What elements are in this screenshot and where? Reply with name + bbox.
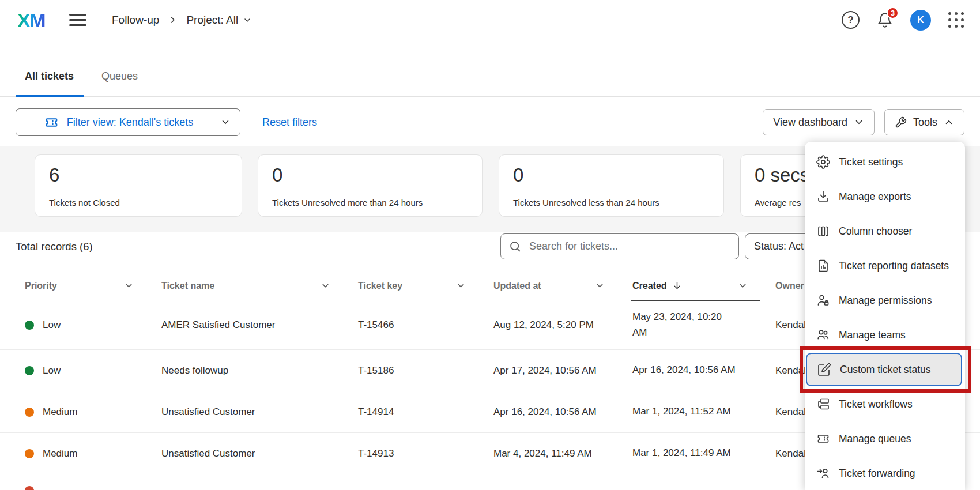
wrench-icon: [895, 116, 907, 129]
chevron-down-icon[interactable]: [738, 281, 748, 291]
menu-item-label: Manage exports: [839, 191, 911, 203]
stat-label: Tickets Unresolved more than 24 hours: [272, 198, 468, 208]
edit-icon: [817, 363, 831, 376]
column-header-created-sorted[interactable]: Created: [632, 271, 775, 300]
chevron-down-icon: [854, 117, 864, 127]
breadcrumb-project-dropdown[interactable]: Project: All: [186, 14, 252, 27]
ticket-key-cell: T-14914: [358, 406, 493, 418]
updated-at-cell: Aug 12, 2024, 5:20 PM: [493, 319, 632, 331]
chevron-down-icon[interactable]: [456, 281, 466, 291]
report-document-icon: [816, 259, 830, 273]
ticket-icon: [816, 432, 830, 446]
menu-item-manage-queues[interactable]: Manage queues: [805, 421, 965, 456]
reset-filters-link[interactable]: Reset filters: [262, 116, 317, 129]
ticket-icon: [44, 115, 59, 130]
priority-dot-medium: [25, 449, 34, 458]
view-dashboard-button[interactable]: View dashboard: [763, 109, 875, 135]
avatar[interactable]: K: [910, 10, 931, 31]
column-header-ticket-key[interactable]: Ticket key: [358, 271, 493, 300]
chevron-right-icon: [168, 16, 177, 24]
priority-dot-low: [25, 366, 34, 375]
priority-label: Medium: [43, 448, 77, 459]
filter-toolbar: Filter view: Kendall's tickets Reset fil…: [16, 108, 964, 136]
tab-queues[interactable]: Queues: [101, 70, 138, 96]
priority-label: Low: [43, 319, 61, 331]
updated-at-cell: Apr 17, 2024, 10:56 AM: [493, 365, 632, 376]
help-icon[interactable]: ?: [842, 11, 860, 29]
column-label: Ticket name: [161, 281, 214, 291]
menu-item-label: Ticket settings: [839, 156, 903, 168]
priority-cell: Medium: [25, 448, 161, 459]
menu-item-ticket-workflows[interactable]: Ticket workflows: [805, 387, 965, 421]
filter-view-dropdown[interactable]: Filter view: Kendall's tickets: [16, 108, 240, 136]
xm-logo[interactable]: XM: [17, 10, 45, 30]
menu-item-ticket-forwarding[interactable]: Ticket forwarding: [805, 456, 965, 490]
chevron-down-icon[interactable]: [595, 281, 605, 291]
search-input[interactable]: [528, 240, 730, 253]
app-screen: XM Follow-up Project: All ? 3 K: [0, 0, 980, 490]
chevron-down-icon: [243, 16, 252, 25]
breadcrumb: Follow-up Project: All: [112, 14, 252, 27]
apps-grid-icon[interactable]: [948, 12, 964, 28]
priority-cell: Medium: [25, 406, 161, 418]
priority-dot-medium: [25, 408, 34, 417]
updated-at-cell: Mar 4, 2024, 11:49 AM: [493, 448, 632, 459]
top-navigation-bar: XM Follow-up Project: All ? 3 K: [0, 0, 980, 40]
download-icon: [816, 190, 830, 203]
stat-value: 0: [513, 164, 710, 186]
stat-value: 0: [272, 164, 468, 186]
hamburger-menu-icon[interactable]: [69, 14, 86, 27]
notification-badge: 3: [887, 7, 899, 19]
priority-cell: [25, 486, 161, 490]
column-header-priority[interactable]: Priority: [25, 271, 161, 300]
chevron-down-icon: [220, 117, 231, 127]
created-cell: Mar 1, 2024, 11:49 AM: [632, 446, 775, 461]
column-label: Updated at: [493, 281, 541, 291]
notifications-button[interactable]: 3: [877, 12, 893, 28]
menu-item-label: Custom ticket status: [840, 364, 931, 376]
tools-dropdown-menu: Ticket settings Manage exports Column ch…: [805, 142, 965, 490]
created-cell: May 23, 2024, 10:20 AM: [632, 310, 775, 340]
priority-dot-low: [25, 321, 34, 330]
ticket-key-cell: T-15466: [358, 319, 493, 331]
menu-item-manage-permissions[interactable]: Manage permissions: [805, 283, 965, 318]
menu-item-label: Column chooser: [839, 225, 912, 238]
menu-item-column-chooser[interactable]: Column chooser: [805, 214, 965, 248]
filter-view-label: Filter view: Kendall's tickets: [67, 116, 194, 129]
stat-card-unresolved-more-24h: 0 Tickets Unresolved more than 24 hours: [258, 154, 483, 217]
column-label: Ticket key: [358, 281, 402, 291]
priority-cell: Low: [25, 365, 161, 376]
ticket-name-cell: Unsatisfied Customer: [161, 448, 358, 459]
view-dashboard-label: View dashboard: [773, 116, 847, 129]
menu-item-ticket-settings[interactable]: Ticket settings: [805, 145, 965, 179]
menu-item-label: Ticket forwarding: [839, 468, 915, 480]
column-header-ticket-name[interactable]: Ticket name: [161, 271, 358, 300]
ticket-key-cell: T-14913: [358, 448, 493, 459]
menu-item-label: Ticket workflows: [839, 398, 913, 410]
created-cell: Mar 1, 2024, 11:52 AM: [632, 404, 775, 419]
menu-item-custom-ticket-status[interactable]: Custom ticket status: [806, 353, 962, 386]
chevron-down-icon[interactable]: [124, 281, 134, 291]
breadcrumb-section[interactable]: Follow-up: [112, 14, 159, 27]
menu-item-ticket-reporting-datasets[interactable]: Ticket reporting datasets: [805, 248, 965, 283]
gear-icon: [816, 155, 830, 169]
column-header-updated-at[interactable]: Updated at: [493, 271, 632, 300]
column-label: Created: [632, 281, 667, 291]
search-icon: [509, 240, 521, 252]
user-forward-icon: [816, 466, 830, 480]
priority-dot: [25, 486, 34, 490]
sort-descending-arrow-icon: [672, 281, 682, 291]
columns-icon: [816, 224, 830, 238]
updated-at-cell: Apr 16, 2024, 10:56 AM: [493, 406, 632, 418]
workflow-icon: [816, 397, 830, 411]
stat-label: Tickets Unresolved less than 24 hours: [513, 198, 710, 208]
ticket-key-cell: T-15186: [358, 365, 493, 376]
tools-label: Tools: [913, 116, 937, 129]
menu-item-manage-teams[interactable]: Manage teams: [805, 318, 965, 352]
ticket-name-cell: Needs followup: [161, 365, 358, 376]
tools-button[interactable]: Tools: [884, 109, 964, 135]
tab-all-tickets[interactable]: All tickets: [25, 70, 74, 96]
menu-item-manage-exports[interactable]: Manage exports: [805, 179, 965, 214]
breadcrumb-project-label: Project: All: [186, 14, 238, 27]
chevron-down-icon[interactable]: [321, 281, 330, 291]
